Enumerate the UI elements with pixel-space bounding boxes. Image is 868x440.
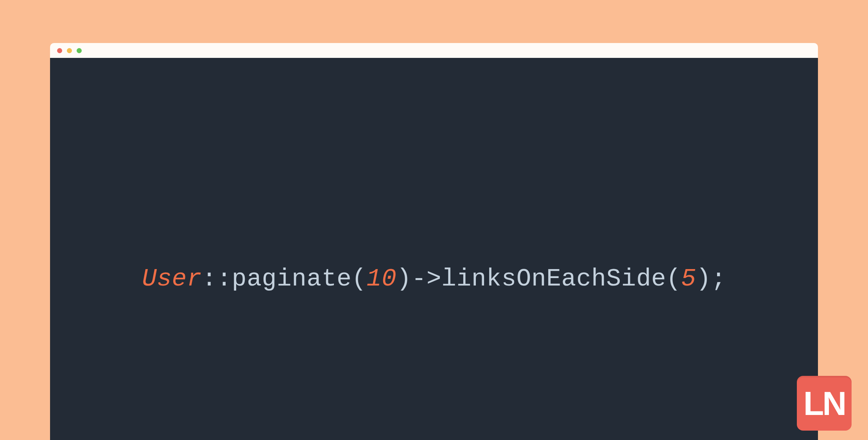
code-editor: User::paginate(10)->linksOnEachSide(5);	[50, 58, 818, 440]
code-line: User::paginate(10)->linksOnEachSide(5);	[142, 265, 726, 293]
token-scope: ::	[202, 265, 232, 293]
token-arrow: ->	[412, 265, 442, 293]
token-method-linksoneachside: linksOnEachSide	[441, 265, 666, 293]
token-number-10: 10	[367, 265, 397, 293]
token-paren-close: )	[396, 265, 411, 293]
maximize-icon[interactable]	[77, 48, 82, 53]
token-class: User	[142, 265, 202, 293]
brand-logo: LN	[797, 376, 852, 431]
minimize-icon[interactable]	[67, 48, 72, 53]
stage: User::paginate(10)->linksOnEachSide(5); …	[0, 0, 868, 440]
token-paren-open-2: (	[666, 265, 681, 293]
token-paren-open: (	[352, 265, 366, 293]
brand-logo-text: LN	[803, 386, 845, 420]
token-number-5: 5	[681, 265, 696, 293]
token-paren-close-2: )	[696, 265, 711, 293]
window-titlebar	[50, 43, 818, 58]
token-semicolon: ;	[711, 265, 726, 293]
token-method-paginate: paginate	[232, 265, 352, 293]
close-icon[interactable]	[57, 48, 62, 53]
code-window: User::paginate(10)->linksOnEachSide(5);	[50, 43, 818, 440]
